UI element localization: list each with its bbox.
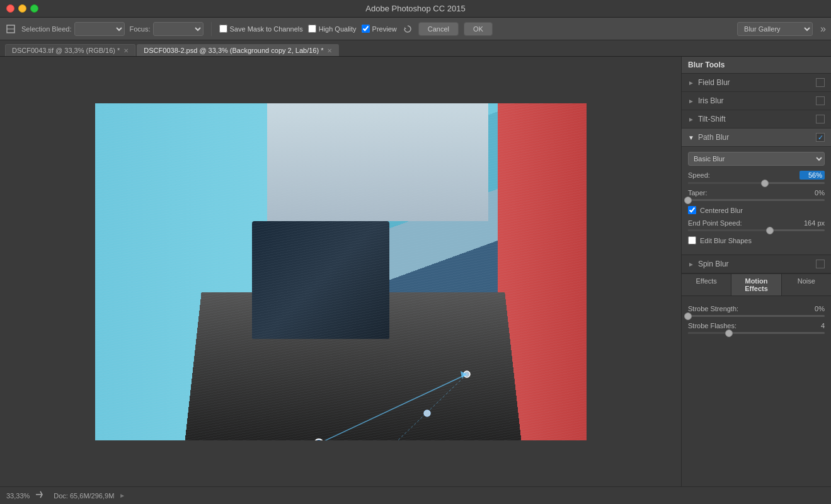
tab-0[interactable]: DSCF0043.tif @ 33,3% (RGB/16) * ✕ bbox=[5, 44, 135, 56]
maximize-button[interactable] bbox=[30, 4, 38, 13]
iris-blur-label: Iris Blur bbox=[698, 96, 816, 105]
field-blur-checkbox[interactable] bbox=[816, 78, 825, 87]
blur-mode-select[interactable]: Basic Blur Rear Sync Flash Strobe Flash bbox=[688, 152, 825, 166]
statusbar: 33,33% Doc: 65,6M/296,9M ► bbox=[0, 486, 831, 504]
canvas-container bbox=[95, 103, 587, 440]
taper-label: Taper: bbox=[688, 189, 726, 197]
effects-tab[interactable]: Effects bbox=[682, 274, 731, 295]
path-blur-label: Path Blur bbox=[698, 133, 816, 142]
save-mask-checkbox[interactable] bbox=[219, 25, 227, 33]
spin-blur-row[interactable]: ► Spin Blur bbox=[682, 255, 831, 273]
toolbar: Selection Bleed: Focus: Save Mask to Cha… bbox=[0, 18, 831, 40]
tilt-shift-label: Tilt-Shift bbox=[698, 115, 816, 123]
doc-size: Doc: 65,6M/296,9M bbox=[54, 492, 114, 500]
tool-icon bbox=[5, 23, 16, 35]
strobe-strength-thumb[interactable] bbox=[684, 312, 692, 320]
strobe-strength-label: Strobe Strength: bbox=[688, 305, 757, 312]
centered-blur-label[interactable]: Centered Blur bbox=[700, 207, 743, 214]
motion-effects-tab[interactable]: Motion Effects bbox=[731, 274, 781, 295]
centered-blur-row: Centered Blur bbox=[688, 206, 825, 214]
canvas-area[interactable] bbox=[0, 57, 681, 486]
path-blur-arrow: ▼ bbox=[688, 134, 694, 141]
window-title: Adobe Photoshop CC 2015 bbox=[365, 4, 465, 13]
edit-blur-shapes-checkbox[interactable] bbox=[688, 236, 696, 244]
strobe-strength-row: Strobe Strength: 0% bbox=[688, 305, 825, 312]
spin-blur-label: Spin Blur bbox=[698, 260, 816, 268]
path-blur-checkbox[interactable]: ✓ bbox=[816, 133, 825, 142]
main-area: Blur Tools ► Field Blur ► Iris Blur ► Ti… bbox=[0, 57, 831, 486]
strobe-flashes-value: 4 bbox=[821, 322, 825, 329]
tab-1[interactable]: DSCF0038-2.psd @ 33,3% (Background copy … bbox=[137, 44, 339, 56]
strobe-strength-value: 0% bbox=[815, 305, 825, 312]
endpoint-speed-value: 164 px bbox=[804, 219, 825, 227]
high-quality-label[interactable]: High Quality bbox=[308, 25, 357, 33]
noise-tab[interactable]: Noise bbox=[782, 274, 831, 295]
save-mask-label[interactable]: Save Mask to Channels bbox=[219, 25, 303, 33]
spin-blur-checkbox[interactable] bbox=[816, 260, 825, 268]
motion-effects-tab-label: Motion Effects bbox=[745, 277, 768, 292]
field-blur-row[interactable]: ► Field Blur bbox=[682, 74, 831, 92]
endpoint-speed-slider-thumb[interactable] bbox=[766, 227, 774, 234]
right-panel: Blur Tools ► Field Blur ► Iris Blur ► Ti… bbox=[681, 57, 831, 486]
divider-1 bbox=[211, 22, 212, 36]
edit-blur-shapes-label[interactable]: Edit Blur Shapes bbox=[700, 237, 752, 244]
field-blur-arrow: ► bbox=[688, 79, 694, 86]
reset-icon[interactable] bbox=[402, 23, 413, 35]
panel-toggle-icon[interactable]: » bbox=[820, 23, 826, 35]
iris-blur-row[interactable]: ► Iris Blur bbox=[682, 92, 831, 110]
preview-label[interactable]: Preview bbox=[362, 25, 397, 33]
tab-1-label: DSCF0038-2.psd @ 33,3% (Background copy … bbox=[144, 47, 323, 54]
endpoint-speed-row: End Point Speed: 164 px bbox=[688, 219, 825, 227]
spin-blur-arrow: ► bbox=[688, 261, 694, 268]
tilt-shift-checkbox[interactable] bbox=[816, 115, 825, 123]
edit-blur-shapes-row: Edit Blur Shapes bbox=[688, 236, 825, 244]
blur-lines bbox=[95, 103, 587, 440]
strobe-strength-slider[interactable] bbox=[688, 315, 825, 317]
endpoint-speed-slider[interactable] bbox=[688, 229, 825, 231]
noise-tab-label: Noise bbox=[798, 277, 815, 285]
speed-label: Speed: bbox=[688, 171, 726, 179]
tab-0-label: DSCF0043.tif @ 33,3% (RGB/16) * bbox=[12, 47, 120, 54]
taper-value: 0% bbox=[815, 189, 825, 197]
path-blur-row[interactable]: ▼ Path Blur ✓ bbox=[682, 129, 831, 147]
zoom-level: 33,33% bbox=[6, 492, 30, 500]
strobe-flashes-thumb[interactable] bbox=[725, 329, 733, 337]
speed-slider-fill bbox=[688, 182, 765, 184]
taper-slider-thumb[interactable] bbox=[684, 197, 692, 204]
svg-marker-2 bbox=[404, 27, 406, 29]
speed-row: Speed: 56% bbox=[688, 171, 825, 180]
focus-item: Focus: bbox=[130, 22, 203, 36]
speed-slider-thumb[interactable] bbox=[761, 180, 769, 187]
motion-effects-content: Strobe Strength: 0% Strobe Flashes: 4 bbox=[682, 296, 831, 344]
photo-scene bbox=[95, 103, 587, 440]
ok-button[interactable]: OK bbox=[464, 22, 493, 36]
effects-tab-label: Effects bbox=[696, 277, 716, 285]
strobe-flashes-slider[interactable] bbox=[688, 332, 825, 334]
share-icon[interactable] bbox=[35, 490, 43, 501]
speed-slider[interactable] bbox=[688, 182, 825, 184]
titlebar: Adobe Photoshop CC 2015 bbox=[0, 0, 831, 18]
endpoint-speed-label: End Point Speed: bbox=[688, 219, 804, 227]
blur-gallery-select[interactable]: Blur Gallery bbox=[737, 22, 813, 36]
close-button[interactable] bbox=[6, 4, 14, 13]
status-arrow[interactable]: ► bbox=[119, 492, 125, 499]
tab-1-close[interactable]: ✕ bbox=[327, 47, 332, 54]
path-blur-options: Basic Blur Rear Sync Flash Strobe Flash … bbox=[682, 147, 831, 255]
preview-checkbox[interactable] bbox=[362, 25, 370, 33]
minimize-button[interactable] bbox=[18, 4, 26, 13]
centered-blur-checkbox[interactable] bbox=[688, 206, 696, 214]
tilt-shift-row[interactable]: ► Tilt-Shift bbox=[682, 110, 831, 129]
bottom-tabs: Effects Motion Effects Noise bbox=[682, 273, 831, 296]
taper-row: Taper: 0% bbox=[688, 189, 825, 197]
iris-blur-checkbox[interactable] bbox=[816, 96, 825, 105]
traffic-lights bbox=[6, 4, 38, 13]
tab-0-close[interactable]: ✕ bbox=[123, 47, 129, 54]
taper-slider[interactable] bbox=[688, 199, 825, 201]
focus-select[interactable] bbox=[153, 22, 203, 36]
high-quality-checkbox[interactable] bbox=[308, 25, 316, 33]
selection-bleed-select[interactable] bbox=[74, 22, 125, 36]
focus-label: Focus: bbox=[130, 25, 151, 33]
iris-blur-arrow: ► bbox=[688, 98, 694, 105]
speed-value[interactable]: 56% bbox=[799, 171, 825, 180]
cancel-button[interactable]: Cancel bbox=[418, 22, 459, 36]
